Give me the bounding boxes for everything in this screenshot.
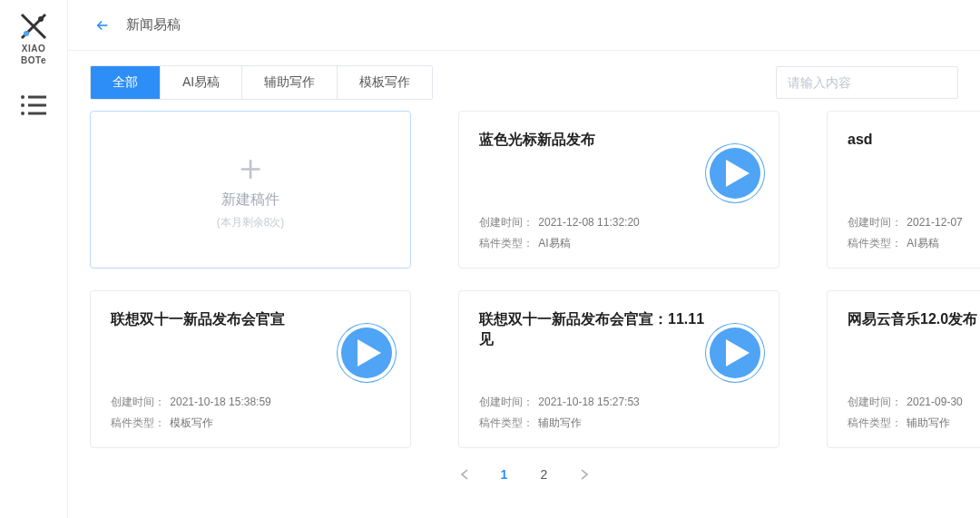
card-title: 联想双十一新品发布会官宣 (111, 309, 338, 329)
svg-point-6 (21, 103, 24, 107)
breadcrumb: 新闻易稿 (126, 16, 181, 34)
type-row: 稿件类型： AI易稿 (479, 236, 640, 251)
card-meta: 创建时间： 2021-12-08 11:32:20稿件类型： AI易稿 (479, 210, 640, 251)
tab-0[interactable]: 全部 (91, 66, 161, 99)
card-grid: ＋新建稿件(本月剩余8次)蓝色光标新品发布创建时间： 2021-12-08 11… (90, 111, 958, 448)
svg-rect-5 (28, 96, 46, 99)
type-row: 稿件类型： 辅助写作 (479, 415, 640, 431)
card-meta: 创建时间： 2021-12-07稿件类型： AI易稿 (848, 210, 963, 251)
created-row: 创建时间： 2021-09-30 (848, 395, 963, 410)
brand-text-line2: BOTe (21, 55, 46, 65)
doc-card[interactable]: asd创建时间： 2021-12-07稿件类型： AI易稿 (827, 111, 980, 269)
play-icon (726, 160, 750, 187)
card-title: 网易云音乐12.0发布 (848, 309, 980, 329)
chevron-right-icon (580, 469, 589, 480)
list-icon (20, 94, 47, 116)
play-button[interactable] (338, 324, 396, 382)
page-2[interactable]: 2 (531, 461, 558, 488)
brand-text-line1: XIAO (22, 44, 45, 54)
plus-icon: ＋ (232, 149, 269, 185)
play-icon (358, 339, 381, 367)
doc-card[interactable]: 联想双十一新品发布会官宣创建时间： 2021-10-18 15:38:59稿件类… (90, 290, 411, 448)
tab-2[interactable]: 辅助写作 (242, 66, 338, 99)
svg-rect-7 (28, 104, 46, 107)
brand-logo-icon (18, 11, 49, 42)
tab-3[interactable]: 模板写作 (338, 66, 432, 99)
pagination: 12 (90, 448, 958, 492)
created-row: 创建时间： 2021-10-18 15:27:53 (479, 395, 640, 410)
created-row: 创建时间： 2021-10-18 15:38:59 (111, 395, 271, 410)
search-input[interactable] (788, 75, 946, 90)
main-content: 新闻易稿 全部AI易稿辅助写作模板写作 ＋新建稿件(本月剩余8次)蓝色光标新品发… (68, 0, 980, 518)
svg-point-3 (38, 16, 44, 22)
filter-tabs: 全部AI易稿辅助写作模板写作 (90, 65, 433, 100)
tab-1[interactable]: AI易稿 (161, 66, 242, 99)
arrow-left-icon (94, 17, 111, 34)
type-row: 稿件类型： 模板写作 (111, 415, 271, 431)
card-meta: 创建时间： 2021-09-30稿件类型： 辅助写作 (848, 389, 963, 431)
doc-card[interactable]: 网易云音乐12.0发布创建时间： 2021-09-30稿件类型： 辅助写作 (827, 290, 980, 448)
content-area: ＋新建稿件(本月剩余8次)蓝色光标新品发布创建时间： 2021-12-08 11… (68, 107, 980, 518)
svg-rect-9 (28, 112, 46, 115)
page-next[interactable] (571, 461, 598, 488)
svg-point-4 (21, 95, 24, 99)
card-title: asd (848, 130, 980, 150)
play-button[interactable] (706, 324, 764, 382)
doc-card[interactable]: 蓝色光标新品发布创建时间： 2021-12-08 11:32:20稿件类型： A… (458, 111, 779, 269)
create-label: 新建稿件 (221, 191, 279, 210)
card-title: 蓝色光标新品发布 (479, 130, 706, 150)
card-meta: 创建时间： 2021-10-18 15:27:53稿件类型： 辅助写作 (479, 389, 640, 431)
toolbar: 全部AI易稿辅助写作模板写作 (68, 51, 980, 107)
type-row: 稿件类型： 辅助写作 (848, 415, 963, 431)
search-box[interactable] (776, 66, 958, 99)
menu-toggle[interactable] (16, 91, 51, 123)
play-icon (726, 339, 750, 367)
chevron-left-icon (460, 469, 469, 480)
card-title: 联想双十一新品发布会官宣：11.11见 (479, 309, 706, 350)
create-card[interactable]: ＋新建稿件(本月剩余8次) (90, 111, 411, 269)
page-header: 新闻易稿 (68, 0, 980, 51)
create-sub: (本月剩余8次) (217, 215, 285, 230)
card-meta: 创建时间： 2021-10-18 15:38:59稿件类型： 模板写作 (111, 389, 271, 431)
doc-card[interactable]: 联想双十一新品发布会官宣：11.11见创建时间： 2021-10-18 15:2… (458, 290, 779, 448)
sidebar: XIAO BOTe (0, 0, 68, 518)
brand-logo[interactable]: XIAO BOTe (18, 11, 49, 65)
svg-point-2 (24, 31, 29, 36)
page-1[interactable]: 1 (491, 461, 518, 488)
svg-point-8 (21, 112, 24, 115)
back-button[interactable] (90, 13, 115, 38)
page-prev[interactable] (451, 461, 478, 488)
type-row: 稿件类型： AI易稿 (848, 236, 963, 251)
created-row: 创建时间： 2021-12-08 11:32:20 (479, 215, 640, 230)
created-row: 创建时间： 2021-12-07 (848, 215, 963, 230)
play-button[interactable] (706, 144, 764, 202)
